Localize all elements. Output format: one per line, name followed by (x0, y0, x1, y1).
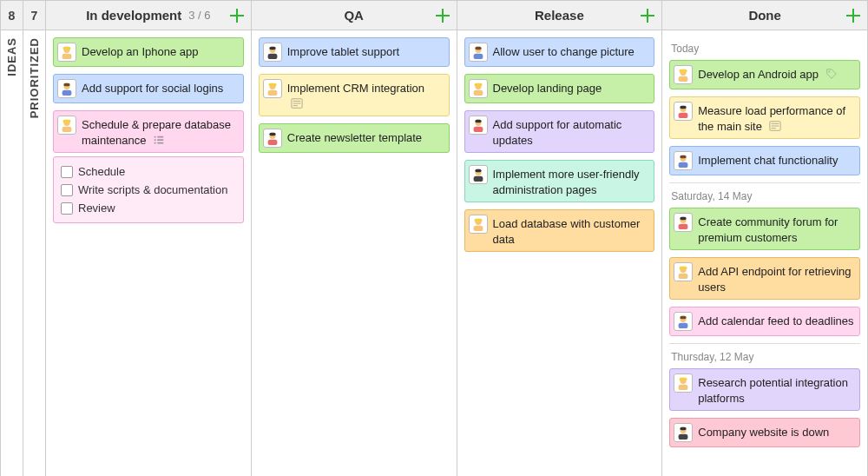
divider (669, 182, 860, 183)
svg-rect-33 (474, 219, 482, 222)
column-header: Release (457, 1, 662, 30)
card[interactable]: Add support for social logins (53, 74, 244, 103)
column-header: QA (252, 1, 457, 30)
avatar (469, 43, 488, 62)
svg-rect-21 (475, 47, 481, 50)
checklist-item[interactable]: Review (61, 199, 236, 217)
card-title: Load database with customer data (493, 215, 649, 247)
svg-rect-53 (681, 316, 687, 320)
svg-rect-30 (475, 169, 481, 173)
column-done: Done Today Develop an Android app Measur… (662, 1, 868, 476)
card[interactable]: Create community forum for premium custo… (669, 208, 860, 250)
avatar (674, 151, 693, 170)
divider (669, 343, 860, 344)
card[interactable]: Schedule & prepare database maintenance (53, 110, 244, 153)
tag-icon (825, 68, 838, 81)
column-in-development: In development 3 / 6 Develop an Iphone a… (46, 1, 252, 476)
card[interactable]: Implement CRM integration (259, 74, 450, 116)
svg-rect-44 (681, 155, 687, 159)
svg-rect-49 (679, 274, 688, 279)
svg-rect-1 (62, 54, 72, 59)
add-card-icon[interactable] (845, 7, 862, 24)
svg-rect-50 (680, 267, 687, 270)
column-release: Release Allow user to change picture Dev… (457, 1, 663, 476)
card-title: Add calendar feed to deadlines (698, 312, 854, 329)
column-title: Done (748, 8, 781, 23)
card-title: Improve tablet support (287, 43, 444, 60)
card[interactable]: Develop landing page (464, 74, 655, 103)
svg-rect-46 (679, 224, 688, 229)
ideas-count: 8 (1, 1, 23, 30)
checklist-item[interactable]: Write scripts & documentation (61, 181, 236, 199)
avatar (263, 43, 282, 62)
avatar (674, 423, 693, 442)
wip-indicator: 3 / 6 (188, 9, 210, 22)
card-title: Add support for automatic updates (493, 116, 649, 148)
column-body: Improve tablet support Implement CRM int… (252, 30, 457, 476)
card-title: Company website is down (698, 423, 854, 440)
add-card-icon[interactable] (434, 7, 451, 24)
date-group-label: Today (671, 43, 860, 55)
svg-rect-47 (681, 217, 687, 221)
card-title: Allow user to change picture (493, 43, 649, 60)
column-title: Release (535, 8, 584, 23)
card[interactable]: Add calendar feed to deadlines (669, 307, 860, 336)
column-title: In development (86, 8, 181, 23)
prioritized-label: PRIORITIZED (28, 30, 41, 125)
column-body: Today Develop an Android app Measure loa… (662, 30, 867, 476)
checkbox-icon[interactable] (61, 202, 73, 215)
card-checklist: Schedule Write scripts & documentation R… (53, 156, 244, 223)
note-icon (291, 97, 303, 110)
card[interactable]: Allow user to change picture (464, 37, 655, 67)
card[interactable]: Measure load performance of the main sit… (669, 96, 860, 139)
svg-rect-58 (679, 434, 688, 440)
add-card-icon[interactable] (639, 7, 656, 24)
date-group-label: Thursday, 12 May (671, 351, 860, 363)
avatar (469, 165, 488, 184)
card-title: Create community forum for premium custo… (698, 213, 854, 245)
card[interactable]: Improve tablet support (259, 37, 450, 67)
card[interactable]: Implement chat functionality (669, 146, 860, 175)
checklist-icon (153, 134, 165, 147)
card[interactable]: Add API endpoint for retrieving users (669, 257, 860, 300)
card[interactable]: Research potential integration platforms (669, 368, 860, 411)
card-title: Add support for social logins (82, 79, 238, 96)
card-title: Create newsletter template (287, 129, 444, 146)
avatar (674, 262, 693, 281)
avatar (674, 374, 693, 393)
column-prioritized-collapsed[interactable]: 7 PRIORITIZED (23, 1, 46, 476)
svg-rect-10 (267, 54, 277, 59)
column-ideas-collapsed[interactable]: 8 IDEAS (1, 1, 23, 476)
svg-point-37 (828, 71, 830, 73)
svg-rect-40 (681, 106, 687, 109)
svg-rect-26 (473, 127, 483, 132)
svg-rect-18 (269, 133, 275, 136)
column-title: QA (344, 8, 364, 23)
checkbox-icon[interactable] (61, 184, 73, 196)
card-title: Implement more user-friendly administrat… (493, 165, 649, 197)
avatar (674, 102, 693, 121)
svg-rect-20 (473, 54, 483, 59)
card[interactable]: Load database with customer data (464, 209, 655, 252)
card[interactable]: Develop an Iphone app (53, 37, 244, 67)
card[interactable]: Create newsletter template (259, 123, 450, 153)
avatar (469, 116, 488, 135)
avatar (674, 213, 693, 232)
svg-rect-29 (473, 176, 483, 182)
card[interactable]: Implement more user-friendly administrat… (464, 160, 655, 202)
card[interactable]: Develop an Android app (669, 60, 860, 89)
avatar (674, 312, 693, 331)
svg-rect-17 (267, 140, 277, 145)
add-card-icon[interactable] (228, 7, 246, 24)
card-title: Develop an Iphone app (82, 43, 238, 60)
card-title: Implement CRM integration (287, 79, 444, 111)
svg-rect-24 (474, 83, 482, 87)
card-title: Develop an Android app (698, 65, 854, 83)
checkbox-icon[interactable] (61, 166, 73, 178)
checklist-item[interactable]: Schedule (61, 162, 236, 181)
card[interactable]: Company website is down (669, 418, 860, 447)
column-body: Develop an Iphone app Add support for so… (46, 30, 251, 476)
card[interactable]: Add support for automatic updates (464, 110, 655, 153)
svg-rect-35 (679, 76, 688, 82)
svg-rect-32 (473, 226, 483, 231)
